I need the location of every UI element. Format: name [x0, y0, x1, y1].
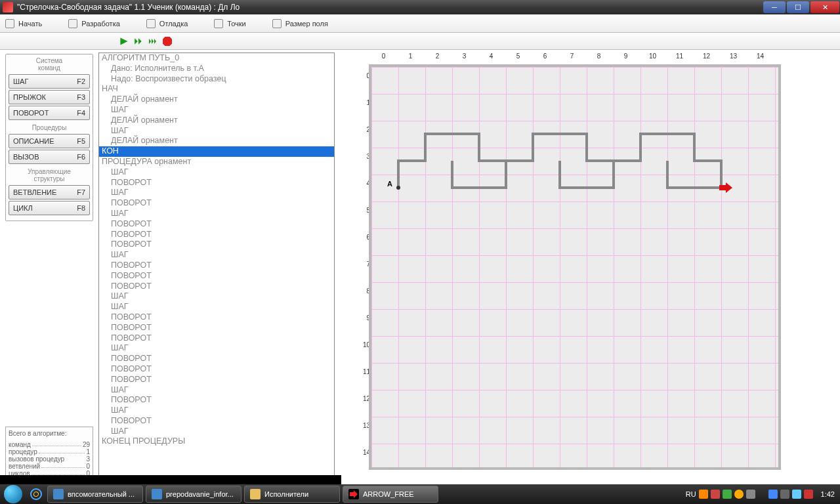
branch-command-button[interactable]: ВЕТВЛЕНИЕF7: [9, 185, 90, 200]
menu-develop[interactable]: Разработка: [68, 19, 120, 28]
svg-marker-7: [719, 182, 732, 193]
tray-icon-7[interactable]: [780, 490, 789, 499]
taskbar-item[interactable]: prepodavanie_infor...: [146, 486, 242, 503]
tray-icon-6[interactable]: [768, 490, 778, 499]
code-line[interactable]: Надо: Воспроизвести образец: [99, 74, 334, 85]
code-line[interactable]: АЛГОРИТМ ПУТЬ_0: [99, 53, 334, 64]
svg-marker-3: [149, 39, 151, 44]
ctrl-panel-title: Управляющие структуры: [9, 168, 90, 182]
call-command-button[interactable]: ВЫЗОВF6: [9, 150, 90, 164]
fast-forward-button[interactable]: [147, 35, 159, 47]
code-panel[interactable]: АЛГОРИТМ ПУТЬ_0Дано: Исполнитель в т.AНа…: [98, 52, 335, 482]
menu-fieldsize[interactable]: Размер поля: [272, 19, 328, 28]
tray-icon-2[interactable]: [711, 490, 720, 499]
tray-icon-8[interactable]: [792, 490, 801, 499]
tray-icon-9[interactable]: [804, 490, 813, 499]
code-line[interactable]: ШАГ: [99, 209, 334, 219]
code-line[interactable]: ШАГ: [99, 188, 334, 198]
tray-icon-3[interactable]: [723, 490, 732, 499]
jump-command-button[interactable]: ПРЫЖОКF3: [9, 90, 90, 104]
canvas-area: 01234567891011121314 0123456789101112131…: [337, 50, 840, 484]
code-line[interactable]: ПОВОРОТ: [99, 230, 334, 240]
svg-marker-5: [154, 39, 156, 44]
window-minimize-button[interactable]: ─: [763, 1, 786, 13]
code-line[interactable]: ПОВОРОТ: [99, 354, 334, 364]
code-line[interactable]: Дано: Исполнитель в т.A: [99, 64, 334, 74]
step-forward-button[interactable]: [133, 35, 144, 47]
taskbar-item[interactable]: Исполнители: [244, 486, 340, 503]
titlebar: "Стрелочка-Свободная задача" 1.1 Ученик …: [0, 0, 840, 14]
menu-start[interactable]: Начать: [5, 19, 42, 28]
describe-command-button[interactable]: ОПИСАНИЕF5: [9, 134, 90, 148]
loop-command-button[interactable]: ЦИКЛF8: [9, 201, 90, 215]
system-commands-panel: Система команд ШАГF2 ПРЫЖОКF3 ПОВОРОТF4 …: [5, 54, 93, 221]
menubar: Начать Разработка Отладка Точки Размер п…: [0, 14, 840, 33]
code-line[interactable]: ПРОЦЕДУРА орнамент: [99, 157, 334, 167]
turn-command-button[interactable]: ПОВОРОТF4: [9, 106, 90, 120]
code-line[interactable]: ПОВОРОТ: [99, 375, 334, 385]
window-maximize-button[interactable]: ☐: [787, 1, 809, 13]
code-line[interactable]: ШАГ: [99, 250, 334, 261]
taskbar-item[interactable]: ARROW_FREE: [343, 486, 438, 503]
origin-label: A: [387, 180, 392, 188]
code-line[interactable]: ШАГ: [99, 167, 334, 178]
stats-title: Всего в алгоритме:: [9, 430, 90, 437]
menu-points[interactable]: Точки: [214, 19, 245, 28]
step-command-button[interactable]: ШАГF2: [9, 74, 90, 89]
procs-panel-title: Процедуры: [9, 124, 90, 131]
grid-frame[interactable]: A: [369, 64, 781, 470]
svg-marker-6: [163, 37, 172, 46]
code-line[interactable]: ШАГ: [99, 302, 334, 312]
ie-pinned-icon[interactable]: [26, 488, 46, 500]
code-line[interactable]: ДЕЛАЙ орнамент: [99, 116, 334, 126]
code-line[interactable]: ПОВОРОТ: [99, 333, 334, 344]
code-line[interactable]: НАЧ: [99, 84, 334, 94]
run-button[interactable]: [118, 35, 130, 47]
code-line[interactable]: ШАГ: [99, 427, 334, 437]
code-line[interactable]: ШАГ: [99, 291, 334, 302]
app-icon: [348, 489, 359, 499]
app-icon: [3, 2, 13, 12]
code-line[interactable]: КОН: [99, 146, 334, 157]
clock[interactable]: 1:42: [821, 490, 835, 498]
code-line[interactable]: ПОВОРОТ: [99, 271, 334, 282]
window-close-button[interactable]: ✕: [810, 1, 839, 13]
svg-marker-4: [152, 39, 154, 44]
tray-icon-5[interactable]: [746, 490, 755, 499]
code-line[interactable]: ПОВОРОТ: [99, 240, 334, 250]
code-line[interactable]: ШАГ: [99, 343, 334, 354]
code-icon: [68, 19, 77, 28]
code-line[interactable]: ШАГ: [99, 406, 334, 416]
code-line[interactable]: ПОВОРОТ: [99, 395, 334, 406]
system-tray: RU 1:42: [686, 490, 840, 499]
app-icon: [250, 489, 261, 499]
svg-marker-0: [120, 37, 127, 45]
code-line[interactable]: ШАГ: [99, 105, 334, 116]
refresh-icon: [5, 19, 14, 28]
ruler-top: 01234567891011121314: [370, 52, 774, 60]
resize-icon: [272, 19, 282, 28]
code-line[interactable]: ДЕЛАЙ орнамент: [99, 136, 334, 146]
stats-panel: Всего в алгоритме: команд29 процедур1 вы…: [5, 427, 93, 480]
code-line[interactable]: ПОВОРОТ: [99, 219, 334, 230]
start-button[interactable]: [0, 484, 26, 504]
code-line[interactable]: ДЕЛАЙ орнамент: [99, 94, 334, 105]
taskbar-item[interactable]: впсомогательный ...: [47, 486, 143, 503]
code-line[interactable]: ПОВОРОТ: [99, 198, 334, 209]
input-lang[interactable]: RU: [686, 490, 696, 498]
stop-button[interactable]: [161, 35, 173, 47]
tray-icon-4[interactable]: [734, 490, 744, 499]
code-line[interactable]: КОНЕЦ ПРОЦЕДУРЫ: [99, 436, 334, 447]
code-line[interactable]: ПОВОРОТ: [99, 364, 334, 375]
code-line[interactable]: ПОВОРОТ: [99, 416, 334, 427]
svg-marker-2: [138, 38, 142, 44]
code-line[interactable]: ПОВОРОТ: [99, 261, 334, 271]
code-line[interactable]: ПОВОРОТ: [99, 178, 334, 188]
code-line[interactable]: ШАГ: [99, 126, 334, 136]
code-line[interactable]: ШАГ: [99, 385, 334, 396]
code-line[interactable]: ПОВОРОТ: [99, 312, 334, 323]
code-line[interactable]: ПОВОРОТ: [99, 282, 334, 292]
code-line[interactable]: ПОВОРОТ: [99, 323, 334, 333]
menu-debug[interactable]: Отладка: [146, 19, 188, 28]
tray-icon-1[interactable]: [699, 490, 708, 499]
